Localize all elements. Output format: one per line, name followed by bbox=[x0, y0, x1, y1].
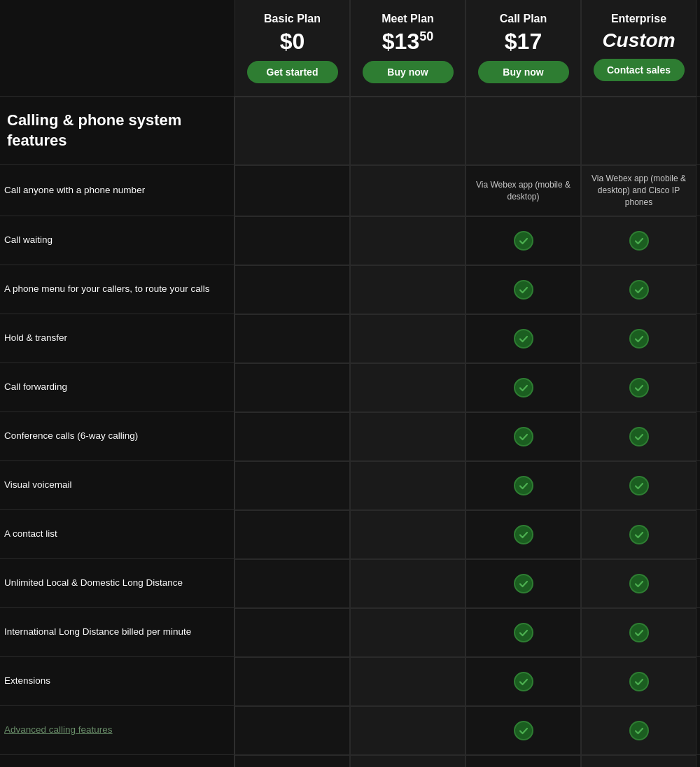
plan-cell-basic bbox=[234, 608, 350, 656]
feature-label-text: International Long Distance billed per m… bbox=[4, 626, 191, 639]
feature-label-text: A contact list bbox=[4, 528, 57, 541]
feature-label-text[interactable]: Advanced calling features bbox=[4, 724, 113, 737]
feature-row: International Long Distance billed per m… bbox=[0, 607, 700, 656]
plan-cell-meet bbox=[350, 755, 465, 767]
check-icon bbox=[514, 574, 533, 593]
plan-name-meet: Meet Plan bbox=[358, 13, 458, 25]
check-icon bbox=[514, 378, 533, 397]
section-plan-call bbox=[465, 97, 581, 164]
section-plan-meet bbox=[350, 97, 465, 164]
plan-cell-meet bbox=[350, 461, 465, 509]
feature-label-text: Hold & transfer bbox=[4, 332, 67, 345]
check-icon bbox=[514, 672, 533, 691]
plan-cell-basic bbox=[234, 165, 350, 215]
plan-cell-meet bbox=[350, 265, 465, 314]
plan-name-enterprise: Enterprise bbox=[589, 13, 689, 25]
plan-cell-call bbox=[465, 755, 581, 767]
feature-row: A contact list bbox=[0, 509, 700, 558]
plan-cell-basic bbox=[234, 265, 350, 314]
plan-cell-call bbox=[465, 559, 581, 607]
plan-cell-call bbox=[465, 216, 581, 265]
plan-cell-call bbox=[465, 706, 581, 754]
plan-cell-enterprise bbox=[581, 755, 696, 767]
feature-label-text: Conference calls (6-way calling) bbox=[4, 430, 138, 443]
check-icon bbox=[629, 574, 649, 593]
plan-cell-basic bbox=[234, 216, 350, 265]
plan-cell-meet bbox=[350, 608, 465, 656]
feature-label-cell: Advanced calling features bbox=[0, 706, 234, 754]
check-icon bbox=[629, 721, 649, 740]
plan-cell-meet bbox=[350, 706, 465, 754]
feature-label-cell: Hold & transfer bbox=[0, 314, 234, 363]
feature-label-text: Visual voicemail bbox=[4, 479, 72, 492]
feature-label-text: Extensions bbox=[4, 675, 50, 688]
plan-cell-basic bbox=[234, 314, 350, 363]
plan-cell-enterprise bbox=[581, 412, 696, 460]
check-icon bbox=[514, 623, 533, 642]
feature-label-cell: International Long Distance billed per m… bbox=[0, 608, 234, 656]
plan-cell-call bbox=[465, 363, 581, 411]
feature-label-text: Unlimited Local & Domestic Long Distance bbox=[4, 577, 183, 590]
plan-cell-meet bbox=[350, 559, 465, 607]
plan-header-meet: Meet Plan $1350 Buy now bbox=[350, 0, 465, 96]
plan-cell-call bbox=[465, 412, 581, 460]
feature-label-cell: Visual voicemail bbox=[0, 461, 234, 509]
pricing-table: Basic Plan $0 Get started Meet Plan $135… bbox=[0, 0, 700, 767]
feature-row: Unlimited Local & Domestic Long Distance bbox=[0, 558, 700, 607]
buy-now-call-button[interactable]: Buy now bbox=[478, 61, 569, 83]
check-icon bbox=[629, 672, 649, 691]
plan-cell-enterprise bbox=[581, 314, 696, 363]
section-plan-enterprise bbox=[581, 97, 696, 164]
plan-price-basic: $0 bbox=[242, 29, 342, 54]
plan-price-meet: $1350 bbox=[358, 29, 458, 54]
plan-cell-meet bbox=[350, 216, 465, 265]
check-icon bbox=[629, 476, 649, 495]
plan-name-call: Call Plan bbox=[473, 13, 573, 25]
feature-label-cell: Call anyone with a Webex account (VoIP c… bbox=[0, 755, 234, 767]
feature-label-text: Call anyone with a phone number bbox=[4, 184, 145, 197]
feature-row: Hold & transfer bbox=[0, 314, 700, 363]
plan-cell-call: Via Webex app (mobile & desktop) bbox=[465, 165, 581, 215]
feature-row: Visual voicemail bbox=[0, 460, 700, 509]
feature-label-cell: Call waiting bbox=[0, 216, 234, 265]
check-icon bbox=[514, 280, 533, 300]
feature-row: Extensions bbox=[0, 656, 700, 705]
section-title: Calling & phone system features bbox=[7, 111, 227, 150]
plan-cell-basic bbox=[234, 706, 350, 754]
plan-name-basic: Basic Plan bbox=[242, 13, 342, 25]
plan-cell-enterprise bbox=[581, 265, 696, 314]
plan-cell-basic bbox=[234, 461, 350, 509]
get-started-button[interactable]: Get started bbox=[247, 61, 338, 83]
buy-now-meet-button[interactable]: Buy now bbox=[363, 61, 454, 83]
feature-row: A phone menu for your callers, to route … bbox=[0, 265, 700, 314]
plan-cell-meet bbox=[350, 165, 465, 215]
check-icon bbox=[514, 476, 533, 495]
plan-cell-basic bbox=[234, 755, 350, 767]
plan-cell-enterprise: Via Webex app (mobile & desktop) and Cis… bbox=[581, 165, 696, 215]
plan-cell-meet bbox=[350, 363, 465, 411]
plan-cell-enterprise bbox=[581, 706, 696, 754]
plan-cell-enterprise bbox=[581, 363, 696, 411]
plan-cell-call bbox=[465, 657, 581, 705]
feature-row: Call anyone with a Webex account (VoIP c… bbox=[0, 754, 700, 767]
contact-sales-button[interactable]: Contact sales bbox=[594, 59, 685, 81]
plan-cell-call bbox=[465, 314, 581, 363]
feature-label-text: Call forwarding bbox=[4, 381, 67, 394]
plan-cell-call bbox=[465, 608, 581, 656]
plan-cell-enterprise bbox=[581, 657, 696, 705]
plan-cell-basic bbox=[234, 559, 350, 607]
plan-header-call: Call Plan $17 Buy now bbox=[465, 0, 581, 96]
section-plan-basic bbox=[234, 97, 350, 164]
plan-cell-basic bbox=[234, 657, 350, 705]
feature-label-cell: A contact list bbox=[0, 510, 234, 558]
feature-label-text: Call waiting bbox=[4, 234, 52, 247]
check-icon bbox=[514, 721, 533, 740]
plan-cell-basic bbox=[234, 510, 350, 558]
check-icon bbox=[514, 329, 533, 349]
check-icon bbox=[629, 231, 649, 251]
plan-cell-enterprise bbox=[581, 608, 696, 656]
plan-cell-enterprise bbox=[581, 510, 696, 558]
feature-label-cell: Call anyone with a phone number bbox=[0, 165, 234, 215]
check-icon bbox=[629, 280, 649, 300]
feature-rows: Call anyone with a phone number Via Webe… bbox=[0, 164, 700, 767]
